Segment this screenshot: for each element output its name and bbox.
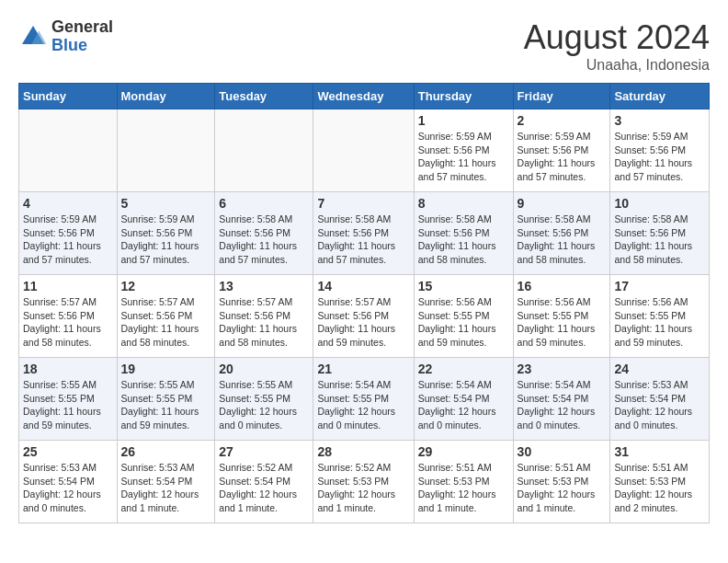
header-friday: Friday xyxy=(513,84,610,109)
day-number: 27 xyxy=(219,444,309,459)
table-row xyxy=(313,109,414,192)
location-subtitle: Unaaha, Indonesia xyxy=(524,57,710,74)
table-row: 1Sunrise: 5:59 AM Sunset: 5:56 PM Daylig… xyxy=(414,109,513,192)
day-info: Sunrise: 5:57 AM Sunset: 5:56 PM Dayligh… xyxy=(317,295,409,350)
day-info: Sunrise: 5:51 AM Sunset: 5:53 PM Dayligh… xyxy=(614,461,705,515)
day-info: Sunrise: 5:59 AM Sunset: 5:56 PM Dayligh… xyxy=(121,213,211,267)
table-row: 16Sunrise: 5:56 AM Sunset: 5:55 PM Dayli… xyxy=(513,275,610,358)
table-row: 4Sunrise: 5:59 AM Sunset: 5:56 PM Daylig… xyxy=(19,192,118,275)
table-row: 17Sunrise: 5:56 AM Sunset: 5:55 PM Dayli… xyxy=(610,275,710,358)
month-year-title: August 2024 xyxy=(524,18,710,57)
table-row: 8Sunrise: 5:58 AM Sunset: 5:56 PM Daylig… xyxy=(414,192,513,275)
table-row: 28Sunrise: 5:52 AM Sunset: 5:53 PM Dayli… xyxy=(313,441,414,523)
page-header: General Blue August 2024 Unaaha, Indones… xyxy=(18,18,710,74)
logo-general-text: General xyxy=(51,18,113,37)
table-row: 14Sunrise: 5:57 AM Sunset: 5:56 PM Dayli… xyxy=(313,275,414,358)
day-info: Sunrise: 5:53 AM Sunset: 5:54 PM Dayligh… xyxy=(614,378,705,432)
calendar-header-row: Sunday Monday Tuesday Wednesday Thursday… xyxy=(19,84,710,109)
calendar-week-3: 11Sunrise: 5:57 AM Sunset: 5:56 PM Dayli… xyxy=(19,275,710,358)
header-wednesday: Wednesday xyxy=(313,84,414,109)
table-row: 23Sunrise: 5:54 AM Sunset: 5:54 PM Dayli… xyxy=(513,358,610,441)
day-info: Sunrise: 5:56 AM Sunset: 5:55 PM Dayligh… xyxy=(518,295,607,350)
day-info: Sunrise: 5:58 AM Sunset: 5:56 PM Dayligh… xyxy=(418,213,509,267)
day-info: Sunrise: 5:59 AM Sunset: 5:56 PM Dayligh… xyxy=(614,130,705,184)
table-row: 15Sunrise: 5:56 AM Sunset: 5:55 PM Dayli… xyxy=(414,275,513,358)
table-row: 9Sunrise: 5:58 AM Sunset: 5:56 PM Daylig… xyxy=(513,192,610,275)
day-number: 30 xyxy=(518,444,607,459)
day-info: Sunrise: 5:58 AM Sunset: 5:56 PM Dayligh… xyxy=(219,213,309,267)
day-number: 7 xyxy=(317,196,409,211)
day-info: Sunrise: 5:56 AM Sunset: 5:55 PM Dayligh… xyxy=(418,295,509,350)
calendar-week-5: 25Sunrise: 5:53 AM Sunset: 5:54 PM Dayli… xyxy=(19,441,710,523)
day-info: Sunrise: 5:53 AM Sunset: 5:54 PM Dayligh… xyxy=(121,461,211,515)
day-info: Sunrise: 5:54 AM Sunset: 5:55 PM Dayligh… xyxy=(317,378,409,432)
day-info: Sunrise: 5:55 AM Sunset: 5:55 PM Dayligh… xyxy=(23,378,113,432)
day-info: Sunrise: 5:54 AM Sunset: 5:54 PM Dayligh… xyxy=(518,378,607,432)
day-number: 3 xyxy=(614,113,705,128)
table-row: 25Sunrise: 5:53 AM Sunset: 5:54 PM Dayli… xyxy=(19,441,118,523)
table-row: 18Sunrise: 5:55 AM Sunset: 5:55 PM Dayli… xyxy=(19,358,118,441)
table-row: 2Sunrise: 5:59 AM Sunset: 5:56 PM Daylig… xyxy=(513,109,610,192)
table-row xyxy=(215,109,313,192)
day-number: 4 xyxy=(23,196,113,211)
day-number: 23 xyxy=(518,362,607,376)
day-number: 14 xyxy=(317,279,409,293)
day-number: 19 xyxy=(121,362,211,376)
day-number: 2 xyxy=(518,113,607,128)
calendar-week-4: 18Sunrise: 5:55 AM Sunset: 5:55 PM Dayli… xyxy=(19,358,710,441)
table-row: 29Sunrise: 5:51 AM Sunset: 5:53 PM Dayli… xyxy=(414,441,513,523)
table-row xyxy=(19,109,118,192)
day-info: Sunrise: 5:56 AM Sunset: 5:55 PM Dayligh… xyxy=(614,295,705,350)
day-info: Sunrise: 5:51 AM Sunset: 5:53 PM Dayligh… xyxy=(418,461,509,515)
day-number: 5 xyxy=(121,196,211,211)
day-info: Sunrise: 5:55 AM Sunset: 5:55 PM Dayligh… xyxy=(219,378,309,432)
table-row: 22Sunrise: 5:54 AM Sunset: 5:54 PM Dayli… xyxy=(414,358,513,441)
header-sunday: Sunday xyxy=(19,84,118,109)
day-number: 15 xyxy=(418,279,509,293)
day-number: 29 xyxy=(418,444,509,459)
day-number: 9 xyxy=(518,196,607,211)
table-row: 7Sunrise: 5:58 AM Sunset: 5:56 PM Daylig… xyxy=(313,192,414,275)
day-number: 6 xyxy=(219,196,309,211)
day-number: 25 xyxy=(23,444,113,459)
day-number: 26 xyxy=(121,444,211,459)
logo-blue-text: Blue xyxy=(51,37,113,55)
calendar-week-2: 4Sunrise: 5:59 AM Sunset: 5:56 PM Daylig… xyxy=(19,192,710,275)
day-number: 10 xyxy=(614,196,705,211)
table-row: 12Sunrise: 5:57 AM Sunset: 5:56 PM Dayli… xyxy=(117,275,215,358)
header-tuesday: Tuesday xyxy=(215,84,313,109)
day-info: Sunrise: 5:59 AM Sunset: 5:56 PM Dayligh… xyxy=(23,213,113,267)
day-number: 13 xyxy=(219,279,309,293)
header-saturday: Saturday xyxy=(610,84,710,109)
table-row: 19Sunrise: 5:55 AM Sunset: 5:55 PM Dayli… xyxy=(117,358,215,441)
table-row: 27Sunrise: 5:52 AM Sunset: 5:54 PM Dayli… xyxy=(215,441,313,523)
day-number: 17 xyxy=(614,279,705,293)
day-info: Sunrise: 5:57 AM Sunset: 5:56 PM Dayligh… xyxy=(121,295,211,350)
day-number: 24 xyxy=(614,362,705,376)
table-row: 11Sunrise: 5:57 AM Sunset: 5:56 PM Dayli… xyxy=(19,275,118,358)
header-monday: Monday xyxy=(117,84,215,109)
table-row: 3Sunrise: 5:59 AM Sunset: 5:56 PM Daylig… xyxy=(610,109,710,192)
table-row: 26Sunrise: 5:53 AM Sunset: 5:54 PM Dayli… xyxy=(117,441,215,523)
day-number: 21 xyxy=(317,362,409,376)
day-info: Sunrise: 5:54 AM Sunset: 5:54 PM Dayligh… xyxy=(418,378,509,432)
day-info: Sunrise: 5:57 AM Sunset: 5:56 PM Dayligh… xyxy=(23,295,113,350)
logo-icon xyxy=(18,22,48,52)
day-number: 20 xyxy=(219,362,309,376)
table-row: 10Sunrise: 5:58 AM Sunset: 5:56 PM Dayli… xyxy=(610,192,710,275)
table-row: 20Sunrise: 5:55 AM Sunset: 5:55 PM Dayli… xyxy=(215,358,313,441)
logo: General Blue xyxy=(18,18,113,55)
table-row: 6Sunrise: 5:58 AM Sunset: 5:56 PM Daylig… xyxy=(215,192,313,275)
table-row: 24Sunrise: 5:53 AM Sunset: 5:54 PM Dayli… xyxy=(610,358,710,441)
header-thursday: Thursday xyxy=(414,84,513,109)
table-row xyxy=(117,109,215,192)
day-info: Sunrise: 5:51 AM Sunset: 5:53 PM Dayligh… xyxy=(518,461,607,515)
day-number: 31 xyxy=(614,444,705,459)
table-row: 31Sunrise: 5:51 AM Sunset: 5:53 PM Dayli… xyxy=(610,441,710,523)
day-number: 1 xyxy=(418,113,509,128)
day-number: 8 xyxy=(418,196,509,211)
day-number: 16 xyxy=(518,279,607,293)
day-info: Sunrise: 5:52 AM Sunset: 5:53 PM Dayligh… xyxy=(317,461,409,515)
day-info: Sunrise: 5:57 AM Sunset: 5:56 PM Dayligh… xyxy=(219,295,309,350)
day-number: 28 xyxy=(317,444,409,459)
